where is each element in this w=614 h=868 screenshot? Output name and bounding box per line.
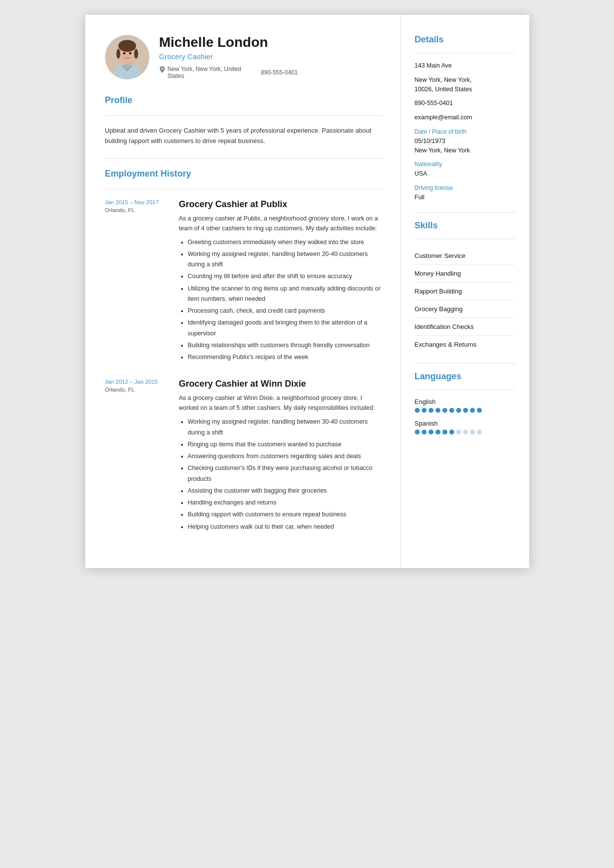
- job-2-meta: Jan 2012 – Jan 2015 Orlando, FL: [105, 379, 169, 534]
- bullet-item: Handling exchanges and returns: [188, 498, 383, 508]
- job-title: Grocery Cashier: [159, 52, 298, 61]
- language-dots: [415, 430, 515, 434]
- skill-item: Exchanges & Returns: [415, 336, 515, 353]
- dot-filled: [477, 408, 482, 413]
- dot-filled: [442, 408, 447, 413]
- bullet-item: Recommending Publix's recipes of the wee…: [188, 352, 383, 362]
- bullet-item: Working my assigned register, handling b…: [188, 417, 383, 438]
- dot-filled: [429, 430, 433, 434]
- employment-title: Employment History: [105, 169, 383, 179]
- skills-list: Customer ServiceMoney HandlingRapport Bu…: [415, 247, 515, 353]
- job-1-content: Grocery Cashier at Publix As a grocery c…: [179, 199, 383, 364]
- dot-filled: [415, 430, 420, 434]
- nationality-value: USA: [415, 169, 515, 179]
- bullet-item: Greeting customers immediately when they…: [188, 237, 383, 248]
- job-1-date: Jan 2015 – Nov 2017: [105, 199, 169, 205]
- languages-title: Languages: [415, 371, 515, 382]
- dot-filled: [442, 430, 447, 434]
- job-2-bullets: Working my assigned register, handling b…: [179, 417, 383, 532]
- languages-divider: [415, 390, 515, 390]
- svg-point-7: [123, 52, 125, 54]
- address-line1: 143 Main Ave: [415, 61, 515, 71]
- header-contact-row: New York, New York, United States 890-55…: [159, 66, 298, 79]
- dot-filled: [470, 408, 475, 413]
- bullet-item: Identifying damaged goods and bringing t…: [188, 318, 383, 339]
- job-2-content: Grocery Cashier at Winn Dixie As a groce…: [179, 379, 383, 534]
- profile-text: Upbeat and driven Grocery Cashier with 5…: [105, 126, 383, 146]
- resume-container: Michelle London Grocery Cashier New York…: [85, 15, 529, 568]
- job-1-meta: Jan 2015 – Nov 2017 Orlando, FL: [105, 199, 169, 364]
- bullet-item: Working my assigned register, handling b…: [188, 249, 383, 270]
- dot-filled: [415, 408, 420, 413]
- svg-point-5: [116, 49, 120, 59]
- svg-point-6: [134, 49, 138, 59]
- language-name: English: [415, 398, 515, 405]
- language-name: Spanish: [415, 420, 515, 427]
- job-1-location: Orlando, FL: [105, 207, 169, 213]
- job-1-description: As a grocery cashier at Publix, a neighb…: [179, 214, 383, 233]
- dot-filled: [456, 408, 461, 413]
- employment-section: Employment History Jan 2015 – Nov 2017 O…: [105, 169, 383, 534]
- dot-filled: [435, 430, 440, 434]
- dot-empty: [477, 430, 482, 434]
- bullet-item: Ringing up items that the customers want…: [188, 439, 383, 450]
- language-item: English: [415, 398, 515, 413]
- profile-title: Profile: [105, 95, 383, 106]
- language-item: Spanish: [415, 420, 515, 434]
- languages-section-divider: [415, 363, 515, 363]
- profile-divider: [105, 115, 383, 116]
- bullet-item: Processing cash, check, and credit card …: [188, 306, 383, 316]
- bullet-item: Answering questions from customers regar…: [188, 451, 383, 462]
- bullet-item: Building rapport with customers to ensur…: [188, 509, 383, 520]
- driving-label: Driving license: [415, 184, 515, 191]
- job-2-title: Grocery Cashier at Winn Dixie: [179, 379, 383, 389]
- skills-divider: [415, 239, 515, 239]
- details-title: Details: [415, 35, 515, 45]
- driving-value: Full: [415, 193, 515, 202]
- dot-filled: [449, 430, 454, 434]
- address-line2-3: New York, New York, 10026, United States: [415, 75, 515, 94]
- left-column: Michelle London Grocery Cashier New York…: [85, 15, 401, 568]
- bullet-item: Checking customer's IDs if they were pur…: [188, 463, 383, 484]
- dot-filled: [422, 430, 427, 434]
- avatar: [105, 35, 149, 79]
- dot-filled: [449, 408, 454, 413]
- dot-empty: [463, 430, 468, 434]
- bullet-item: Utilizing the scanner to ring items up a…: [188, 284, 383, 305]
- languages-section: Languages EnglishSpanish: [415, 371, 515, 434]
- skill-item: Grocery Bagging: [415, 300, 515, 318]
- bullet-item: Building relationships with customers th…: [188, 340, 383, 351]
- skill-item: Identification Checks: [415, 318, 515, 336]
- job-entry-2: Jan 2012 – Jan 2015 Orlando, FL Grocery …: [105, 379, 383, 534]
- dot-empty: [470, 430, 475, 434]
- dot-filled: [463, 408, 468, 413]
- job-2-date: Jan 2012 – Jan 2015: [105, 379, 169, 385]
- employment-divider: [105, 189, 383, 189]
- details-phone: 890-555-0401: [415, 99, 515, 108]
- bullet-item: Helping customers walk out to their car,…: [188, 522, 383, 532]
- skills-section: Skills Customer ServiceMoney HandlingRap…: [415, 220, 515, 353]
- svg-point-8: [129, 52, 131, 54]
- dot-filled: [429, 408, 433, 413]
- details-divider: [415, 53, 515, 53]
- skills-title: Skills: [415, 220, 515, 231]
- languages-list: EnglishSpanish: [415, 398, 515, 434]
- profile-section: Profile Upbeat and driven Grocery Cashie…: [105, 95, 383, 146]
- bullet-item: Assisting the customer with bagging thei…: [188, 486, 383, 496]
- job-1-bullets: Greeting customers immediately when they…: [179, 237, 383, 363]
- dot-filled: [422, 408, 427, 413]
- bullet-item: Counting my till before and after the sh…: [188, 271, 383, 282]
- job-2-description: As a grocery cashier at Winn Dixie, a ne…: [179, 393, 383, 413]
- details-section: Details 143 Main Ave New York, New York,…: [415, 35, 515, 202]
- right-column: Details 143 Main Ave New York, New York,…: [401, 15, 529, 568]
- header-info: Michelle London Grocery Cashier New York…: [159, 35, 298, 79]
- language-dots: [415, 408, 515, 413]
- candidate-name: Michelle London: [159, 35, 298, 50]
- job-1-title: Grocery Cashier at Publix: [179, 199, 383, 210]
- dob-label: Date / Place of birth: [415, 128, 515, 135]
- location-icon: [159, 66, 165, 73]
- details-email: example@email.com: [415, 113, 515, 122]
- header-location: New York, New York, United States: [159, 66, 241, 79]
- skill-item: Money Handling: [415, 265, 515, 283]
- dob-value: 05/10/1973 New York, New York: [415, 137, 515, 155]
